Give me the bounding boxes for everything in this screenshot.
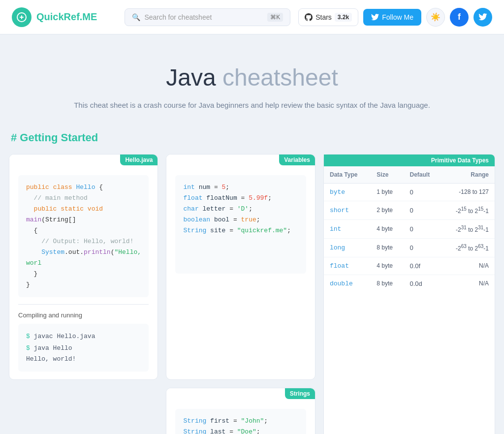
code-line: int num = 5; <box>183 182 298 193</box>
commands-section: $ javac Hello.java $ java Hello Hello, w… <box>18 324 149 372</box>
range-cell: N/A <box>441 257 495 275</box>
code-line: // Output: Hello, world! <box>26 236 141 247</box>
twitter-button[interactable] <box>473 8 492 27</box>
size-cell: 8 byte <box>371 238 404 257</box>
follow-button[interactable]: Follow Me <box>363 9 421 26</box>
range-cell: -215 to 215-1 <box>441 201 495 219</box>
logo-text: QuickRef.ME <box>36 11 97 23</box>
strings-card: Strings String first = "John"; String la… <box>166 388 315 434</box>
col-header-range: Range <box>441 166 495 184</box>
code-line: String first = "John"; <box>183 416 298 427</box>
page-description: This cheat sheet is a crash course for J… <box>12 99 492 112</box>
size-cell: 4 byte <box>371 219 404 238</box>
table-body: byte 1 byte 0 -128 to 127 short 2 byte 0… <box>324 183 495 292</box>
type-cell: float <box>324 257 371 275</box>
facebook-button[interactable]: f <box>450 8 469 27</box>
sun-icon: ☀️ <box>431 12 441 22</box>
range-cell: -263 to 263-1 <box>441 238 495 257</box>
primitive-types-card: Primitive Data Types Data Type Size Defa… <box>323 154 495 434</box>
code-line: float floatNum = 5.99f; <box>183 193 298 204</box>
logo-link[interactable]: QuickRef.ME <box>12 7 97 27</box>
stars-count: 3.2k <box>335 13 352 22</box>
cmd-line: $ javac Hello.java <box>26 331 141 342</box>
variables-card-header: Variables <box>166 155 315 167</box>
code-line: } <box>26 279 141 290</box>
follow-label: Follow Me <box>382 13 413 21</box>
code-line: char letter = 'D'; <box>183 204 298 215</box>
hello-card-tag: Hello.java <box>120 155 158 165</box>
main-content: Getting Started Hello.java public class … <box>1 131 503 434</box>
hello-code-block: public class Hello { // main method publ… <box>9 167 158 380</box>
twitter-small-icon <box>371 14 379 21</box>
table-row: byte 1 byte 0 -128 to 127 <box>324 183 495 201</box>
hello-card-header: Hello.java <box>9 155 158 167</box>
range-cell: -231 to 231-1 <box>441 219 495 238</box>
hello-java-card: Hello.java public class Hello { // main … <box>9 154 158 380</box>
output-line: Hello, world! <box>26 354 141 365</box>
type-cell: double <box>324 275 371 292</box>
variables-card: Variables int num = 5; float floatNum = … <box>166 154 315 380</box>
code-line: { <box>26 225 141 236</box>
hello-code-section: public class Hello { // main method publ… <box>18 175 149 298</box>
code-line: String site = "quickref.me"; <box>183 225 298 236</box>
strings-code-section: String first = "John"; String last = "Do… <box>175 409 306 434</box>
code-line: public static void main(String[] <box>26 204 141 225</box>
theme-toggle-button[interactable]: ☀️ <box>426 8 445 27</box>
search-bar[interactable]: 🔍 Search for cheatsheet ⌘K <box>125 8 290 26</box>
table-row: short 2 byte 0 -215 to 215-1 <box>324 201 495 219</box>
facebook-icon: f <box>458 12 461 22</box>
table-header-row: Data Type Size Default Range <box>324 166 495 184</box>
default-cell: 0.0d <box>404 275 442 292</box>
primitive-data-table: Data Type Size Default Range byte 1 byte… <box>324 166 495 292</box>
hero-section: Java cheatsheet This cheat sheet is a cr… <box>0 34 504 131</box>
primitive-types-tag: Primitive Data Types <box>324 155 495 166</box>
variables-code-section: int num = 5; float floatNum = 5.99f; cha… <box>175 175 306 274</box>
variables-card-tag: Variables <box>279 155 315 165</box>
size-cell: 4 byte <box>371 257 404 275</box>
code-line: System.out.println("Hello, worl <box>26 247 141 269</box>
size-cell: 2 byte <box>371 201 404 219</box>
strings-code-block: String first = "John"; String last = "Do… <box>166 401 315 434</box>
code-line: } <box>26 269 141 279</box>
nav-actions: Stars 3.2k Follow Me ☀️ f <box>298 8 492 27</box>
type-cell: long <box>324 238 371 257</box>
table-row: int 4 byte 0 -231 to 231-1 <box>324 219 495 238</box>
compile-label: Compiling and running <box>18 311 149 319</box>
col-header-datatype: Data Type <box>324 166 371 184</box>
table-header: Data Type Size Default Range <box>324 166 495 184</box>
cmd-line: $ java Hello <box>26 342 141 354</box>
default-cell: 0 <box>404 183 442 201</box>
default-cell: 0 <box>404 219 442 238</box>
table-row: float 4 byte 0.0f N/A <box>324 257 495 275</box>
code-line: boolean bool = true; <box>183 215 298 225</box>
section-title-getting-started: Getting Started <box>9 131 495 144</box>
strings-card-tag: Strings <box>285 388 315 399</box>
code-line: public class Hello { <box>26 182 141 193</box>
size-cell: 8 byte <box>371 275 404 292</box>
range-cell: N/A <box>441 275 495 292</box>
kbd-shortcut: ⌘K <box>267 13 283 22</box>
default-cell: 0 <box>404 238 442 257</box>
type-cell: byte <box>324 183 371 201</box>
logo-icon <box>12 7 32 27</box>
table-row: long 8 byte 0 -263 to 263-1 <box>324 238 495 257</box>
strings-card-header: Strings <box>166 388 315 401</box>
variables-code-block: int num = 5; float floatNum = 5.99f; cha… <box>166 167 315 281</box>
col-header-size: Size <box>371 166 404 184</box>
twitter-icon <box>478 13 487 21</box>
type-cell: int <box>324 219 371 238</box>
stars-button[interactable]: Stars 3.2k <box>298 8 358 26</box>
github-icon <box>305 13 313 21</box>
navbar: QuickRef.ME 🔍 Search for cheatsheet ⌘K S… <box>0 0 504 34</box>
page-title: Java cheatsheet <box>12 64 492 91</box>
size-cell: 1 byte <box>371 183 404 201</box>
type-cell: short <box>324 201 371 219</box>
cards-grid: Hello.java public class Hello { // main … <box>9 154 495 434</box>
search-icon: 🔍 <box>132 13 140 21</box>
code-line: // main method <box>26 193 141 204</box>
range-cell: -128 to 127 <box>441 183 495 201</box>
search-placeholder-text: Search for cheatsheet <box>144 13 263 21</box>
default-cell: 0 <box>404 201 442 219</box>
table-row: double 8 byte 0.0d N/A <box>324 275 495 292</box>
default-cell: 0.0f <box>404 257 442 275</box>
